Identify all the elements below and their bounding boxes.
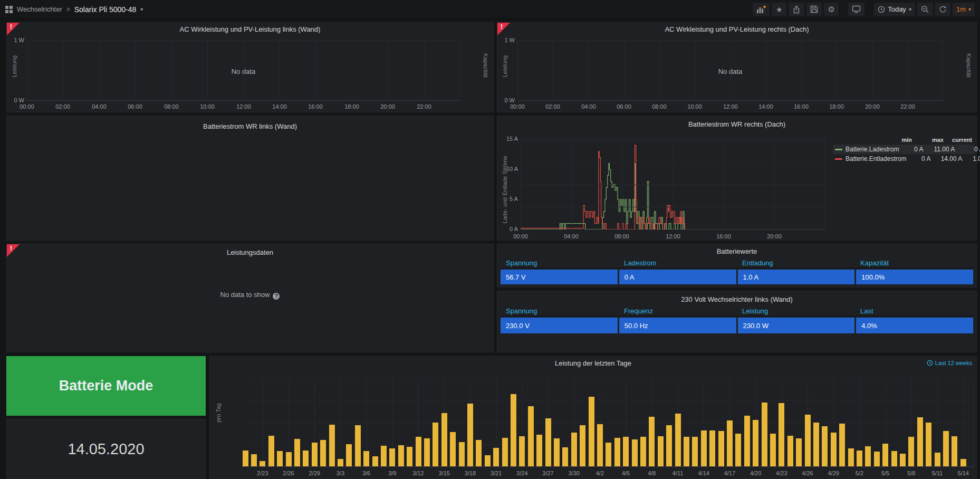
bar-4/30[interactable] — [839, 424, 845, 467]
panel-title[interactable]: AC Wirkleistung und PV-Leistung links (W… — [7, 25, 493, 33]
bar-4/2[interactable] — [597, 424, 603, 467]
column-header[interactable]: Kapazität — [855, 258, 973, 267]
bar-5/10[interactable] — [926, 423, 931, 467]
bar-2/22[interactable] — [251, 454, 257, 467]
bar-4/25[interactable] — [796, 438, 802, 467]
bar-5/1[interactable] — [848, 448, 854, 467]
panel-title[interactable]: Leistungsdaten — [7, 248, 493, 256]
bar-2/27[interactable] — [294, 439, 300, 467]
bar-3/1[interactable] — [320, 440, 326, 467]
bar-3/16[interactable] — [450, 432, 456, 467]
bar-5/13[interactable] — [952, 436, 957, 467]
bar-3/27[interactable] — [545, 418, 551, 467]
bar-4/29[interactable] — [831, 433, 837, 467]
bar-4/15[interactable] — [709, 430, 715, 467]
bar-4/21[interactable] — [762, 403, 767, 467]
bar-3/4[interactable] — [346, 444, 352, 467]
help-circle-icon[interactable]: ? — [273, 293, 280, 300]
bar-chart-plot-area[interactable]: 2/232/262/293/33/63/93/123/153/183/213/2… — [243, 378, 974, 467]
bar-3/2[interactable] — [329, 425, 335, 467]
bar-3/26[interactable] — [536, 435, 542, 467]
bar-5/2[interactable] — [857, 451, 862, 467]
bar-4/17[interactable] — [727, 420, 733, 467]
dashboards-grid-icon[interactable] — [5, 6, 13, 13]
panel-title[interactable]: Batteriestrom WR links (Wand) — [7, 122, 493, 130]
legend-column-header[interactable]: max — [912, 137, 944, 143]
graph-plot-area[interactable]: 00:0004:0008:0012:0016:0020:00 — [521, 139, 825, 229]
bar-3/14[interactable] — [433, 423, 438, 467]
bar-3/31[interactable] — [580, 425, 585, 467]
bar-3/20[interactable] — [485, 455, 491, 467]
bar-4/28[interactable] — [822, 426, 828, 467]
bar-5/6[interactable] — [891, 451, 897, 467]
legend-column-header[interactable]: current — [944, 137, 972, 143]
bar-5/11[interactable] — [935, 453, 940, 467]
refresh-button[interactable] — [935, 3, 950, 16]
add-panel-button[interactable] — [753, 3, 770, 16]
bar-5/7[interactable] — [900, 454, 906, 467]
bar-3/21[interactable] — [493, 448, 499, 467]
column-header[interactable]: Spannung — [501, 306, 619, 315]
share-button[interactable] — [789, 3, 804, 16]
bar-3/7[interactable] — [372, 456, 378, 467]
bar-5/9[interactable] — [917, 417, 923, 467]
bar-3/30[interactable] — [571, 433, 577, 467]
bar-5/12[interactable] — [943, 431, 949, 467]
bar-4/19[interactable] — [744, 416, 750, 467]
bar-4/11[interactable] — [675, 414, 681, 467]
bar-3/10[interactable] — [398, 445, 404, 467]
bar-4/20[interactable] — [753, 420, 758, 467]
graph-plot-area[interactable]: No data 00:0002:0004:0006:0008:0010:0012… — [27, 40, 460, 101]
bar-5/3[interactable] — [865, 446, 871, 467]
bar-2/29[interactable] — [312, 443, 318, 467]
tv-mode-button[interactable] — [848, 3, 864, 16]
bar-4/10[interactable] — [666, 425, 672, 467]
bar-3/6[interactable] — [363, 451, 369, 467]
bar-3/25[interactable] — [528, 406, 534, 467]
bar-5/4[interactable] — [874, 452, 880, 467]
bar-3/28[interactable] — [554, 438, 560, 467]
bar-3/13[interactable] — [424, 438, 430, 467]
refresh-interval-picker[interactable]: 1m ▾ — [953, 3, 975, 16]
bar-4/23[interactable] — [779, 403, 784, 467]
column-header[interactable]: Ladestrom — [619, 258, 737, 267]
bar-3/5[interactable] — [355, 425, 361, 467]
bar-3/11[interactable] — [407, 447, 412, 467]
bar-4/14[interactable] — [701, 430, 707, 467]
breadcrumb-folder[interactable]: Wechselrichter — [17, 5, 62, 13]
bar-3/15[interactable] — [441, 413, 447, 467]
bar-3/3[interactable] — [338, 459, 343, 467]
bar-4/18[interactable] — [735, 434, 741, 467]
bar-5/5[interactable] — [882, 444, 888, 467]
legend-column-header[interactable]: min — [888, 137, 912, 143]
bar-4/24[interactable] — [787, 436, 793, 467]
dashboard-title[interactable]: Solarix Pli 5000-48 — [74, 5, 137, 14]
bar-3/9[interactable] — [389, 448, 395, 467]
bar-2/21[interactable] — [243, 451, 248, 467]
panel-title[interactable]: 230 Volt Wechselrichter links (Wand) — [497, 295, 976, 303]
bar-3/23[interactable] — [511, 394, 516, 467]
legend-series-toggle[interactable]: Batterie.Ladestrom — [835, 146, 899, 153]
panel-error-icon[interactable]: ! — [501, 23, 503, 31]
dashboard-chevron-down-icon[interactable]: ▾ — [140, 6, 143, 12]
favorite-button[interactable]: ★ — [772, 3, 786, 16]
bar-2/25[interactable] — [277, 451, 283, 467]
column-header[interactable]: Spannung — [501, 258, 619, 267]
bar-2/24[interactable] — [268, 436, 274, 467]
panel-batterie-mode[interactable]: Batterie Mode — [6, 356, 206, 416]
bar-3/12[interactable] — [416, 437, 421, 467]
zoom-out-button[interactable] — [917, 3, 933, 16]
bar-2/28[interactable] — [303, 451, 309, 467]
bar-5/14[interactable] — [960, 459, 966, 467]
dashboard-settings-button[interactable]: ⚙ — [824, 3, 839, 16]
bar-4/12[interactable] — [684, 437, 689, 467]
bar-2/26[interactable] — [286, 452, 292, 467]
column-header[interactable]: Entladung — [737, 258, 855, 267]
bar-3/29[interactable] — [562, 447, 568, 467]
bar-4/1[interactable] — [589, 397, 594, 467]
bar-4/6[interactable] — [632, 439, 638, 467]
bar-4/26[interactable] — [805, 415, 811, 467]
bar-4/3[interactable] — [606, 443, 611, 467]
bar-4/5[interactable] — [623, 437, 629, 467]
bar-4/27[interactable] — [813, 423, 819, 467]
